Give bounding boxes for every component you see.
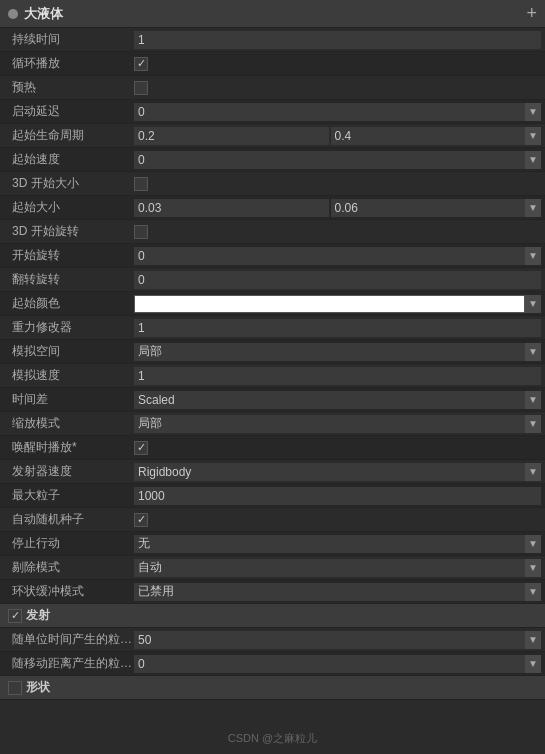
input2-4[interactable] <box>331 127 526 145</box>
prop-row: 3D 开始旋转 <box>0 220 545 244</box>
dropdown-arrow-9[interactable]: ▼ <box>525 247 541 265</box>
prop-row: 模拟空间局部▼ <box>0 340 545 364</box>
text-dropdown-23: 已禁用▼ <box>134 583 541 601</box>
prop-label: 环状缓冲模式 <box>4 583 134 600</box>
input-10[interactable] <box>134 271 541 289</box>
prop-row: 随单位时间产生的粒子数▼ <box>0 628 545 652</box>
prop-row: 唤醒时播放* <box>0 436 545 460</box>
prop-row: 发射器速度Rigidbody▼ <box>0 460 545 484</box>
prop-row: 时间差Scaled▼ <box>0 388 545 412</box>
text-dropdown-15: Scaled▼ <box>134 391 541 409</box>
dropdown-arrow-22[interactable]: ▼ <box>525 559 541 577</box>
input2-7[interactable] <box>331 199 526 217</box>
add-button[interactable]: + <box>526 3 537 24</box>
emission-section-label: 发射 <box>26 607 50 624</box>
dropdown-arrow-18[interactable]: ▼ <box>525 463 541 481</box>
text-dropdown-21: 无▼ <box>134 535 541 553</box>
text-value-16: 局部 <box>134 415 525 433</box>
prop-value <box>134 487 541 505</box>
prop-row: 重力修改器 <box>0 316 545 340</box>
dropdown-arrow-1[interactable]: ▼ <box>525 655 541 673</box>
dropdown-arrow-5[interactable]: ▼ <box>525 151 541 169</box>
input-dropdown-1: ▼ <box>134 655 541 673</box>
color-dropdown-11: ▼ <box>134 295 541 313</box>
color-box-11[interactable] <box>134 295 525 313</box>
dropdown-arrow-7[interactable]: ▼ <box>525 199 541 217</box>
prop-label: 3D 开始旋转 <box>4 223 134 240</box>
prop-value <box>134 177 541 191</box>
dropdown-arrow-13[interactable]: ▼ <box>525 343 541 361</box>
shape-section-header[interactable]: 形状 <box>0 676 545 700</box>
input-dropdown-9: ▼ <box>134 247 541 265</box>
prop-label: 开始旋转 <box>4 247 134 264</box>
dropdown-arrow-3[interactable]: ▼ <box>525 103 541 121</box>
prop-value: 自动▼ <box>134 559 541 577</box>
input1-7[interactable] <box>134 199 329 217</box>
prop-row: 3D 开始大小 <box>0 172 545 196</box>
prop-label: 循环播放 <box>4 55 134 72</box>
dropdown-arrow-16[interactable]: ▼ <box>525 415 541 433</box>
prop-row: 最大粒子 <box>0 484 545 508</box>
dual-dropdown-4: ▼ <box>134 127 541 145</box>
input-field-9[interactable] <box>134 247 525 265</box>
prop-value: 已禁用▼ <box>134 583 541 601</box>
emission-section-header[interactable]: 发射 <box>0 604 545 628</box>
prop-value <box>134 367 541 385</box>
prop-label: 缩放模式 <box>4 415 134 432</box>
input-field-1[interactable] <box>134 655 525 673</box>
checkbox-1[interactable] <box>134 57 148 71</box>
prop-row: 模拟速度 <box>0 364 545 388</box>
prop-label: 预热 <box>4 79 134 96</box>
prop-label: 起始速度 <box>4 151 134 168</box>
dropdown-arrow-0[interactable]: ▼ <box>525 631 541 649</box>
input-12[interactable] <box>134 319 541 337</box>
input-field-5[interactable] <box>134 151 525 169</box>
input-dropdown-3: ▼ <box>134 103 541 121</box>
input-dropdown-5: ▼ <box>134 151 541 169</box>
dual-input-7 <box>134 199 525 217</box>
input-19[interactable] <box>134 487 541 505</box>
prop-row: 预热 <box>0 76 545 100</box>
prop-value <box>134 225 541 239</box>
prop-row: 缩放模式局部▼ <box>0 412 545 436</box>
input-field-3[interactable] <box>134 103 525 121</box>
watermark: CSDN @之麻粒儿 <box>228 731 317 746</box>
prop-row: 停止行动无▼ <box>0 532 545 556</box>
prop-value <box>134 513 541 527</box>
input-0[interactable] <box>134 31 541 49</box>
dropdown-arrow-4[interactable]: ▼ <box>525 127 541 145</box>
text-value-13: 局部 <box>134 343 525 361</box>
checkbox-17[interactable] <box>134 441 148 455</box>
prop-value: ▼ <box>134 199 541 217</box>
checkbox-20[interactable] <box>134 513 148 527</box>
prop-label: 发射器速度 <box>4 463 134 480</box>
text-dropdown-13: 局部▼ <box>134 343 541 361</box>
input-field-0[interactable] <box>134 631 525 649</box>
emission-checkbox[interactable] <box>8 609 22 623</box>
prop-value <box>134 319 541 337</box>
prop-value: Scaled▼ <box>134 391 541 409</box>
input-dropdown-0: ▼ <box>134 631 541 649</box>
checkbox-2[interactable] <box>134 81 148 95</box>
checkbox-8[interactable] <box>134 225 148 239</box>
prop-value: ▼ <box>134 655 541 673</box>
text-value-15: Scaled <box>134 391 525 409</box>
input1-4[interactable] <box>134 127 329 145</box>
checkbox-6[interactable] <box>134 177 148 191</box>
prop-value: ▼ <box>134 247 541 265</box>
text-value-23: 已禁用 <box>134 583 525 601</box>
dropdown-arrow-11[interactable]: ▼ <box>525 295 541 313</box>
dropdown-arrow-21[interactable]: ▼ <box>525 535 541 553</box>
prop-value <box>134 57 541 71</box>
prop-value <box>134 271 541 289</box>
prop-label: 最大粒子 <box>4 487 134 504</box>
prop-value: ▼ <box>134 631 541 649</box>
prop-value: ▼ <box>134 103 541 121</box>
prop-row: 启动延迟▼ <box>0 100 545 124</box>
prop-label: 时间差 <box>4 391 134 408</box>
dropdown-arrow-15[interactable]: ▼ <box>525 391 541 409</box>
dropdown-arrow-23[interactable]: ▼ <box>525 583 541 601</box>
input-14[interactable] <box>134 367 541 385</box>
shape-checkbox[interactable] <box>8 681 22 695</box>
dual-dropdown-7: ▼ <box>134 199 541 217</box>
